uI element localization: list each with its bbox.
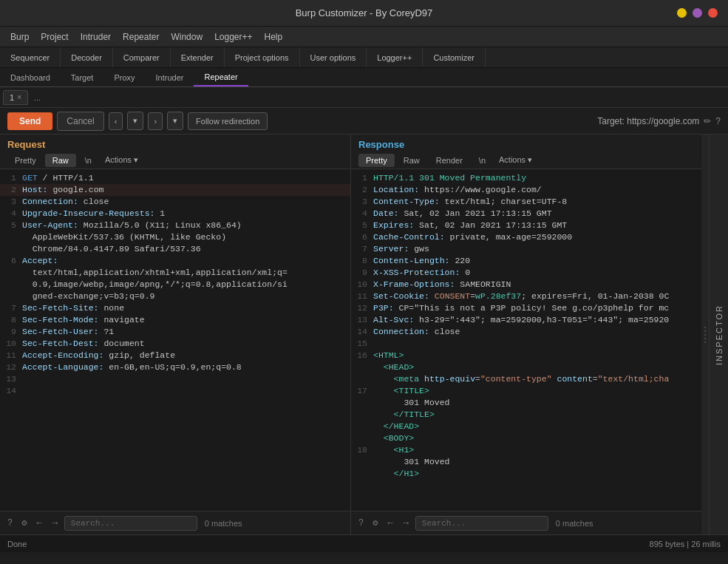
nav-back-down-button[interactable]: ▾ [127, 112, 143, 130]
resp-line-17d: </HEAD> [351, 421, 701, 432]
req-line-1: 1 GET / HTTP/1.1 [0, 172, 350, 184]
req-line-6c: 0.9,image/webp,image/apng,*/*;q=0.8,appl… [0, 279, 350, 291]
tab-extender[interactable]: Extender [171, 47, 225, 67]
req-next-match[interactable]: → [49, 517, 61, 530]
menu-intruder[interactable]: Intruder [75, 29, 117, 45]
edit-target-icon[interactable]: ✏ [704, 116, 711, 126]
req-line-6: 6 Accept: [0, 255, 350, 267]
repeater-tab-bar: 1 × ... [0, 87, 728, 108]
repeater-tab-new[interactable]: ... [28, 91, 47, 104]
resp-tab-actions[interactable]: Actions ▾ [494, 153, 537, 167]
menu-burp[interactable]: Burp [4, 29, 35, 45]
req-settings-icon[interactable]: ⚙ [18, 516, 30, 530]
req-line-7: 7 Sec-Fetch-Site: none [0, 302, 350, 314]
resp-line-17: 17 <TITLE> [351, 385, 701, 397]
tab-repeater[interactable]: Repeater [194, 68, 248, 86]
resp-next-match[interactable]: → [400, 517, 412, 530]
resp-match-count: 0 matches [551, 519, 598, 528]
nav-forward-button[interactable]: › [148, 112, 163, 130]
req-line-6d: gned-exchange;v=b3;q=0.9 [0, 291, 350, 302]
resp-line-18: 18 <H1> [351, 444, 701, 456]
menu-window[interactable]: Window [165, 29, 208, 45]
tab-target[interactable]: Target [61, 68, 104, 86]
target-label: Target: https://google.com [597, 116, 699, 126]
req-line-3: 3 Connection: close [0, 196, 350, 208]
resp-line-6: 6 Cache-Control: private, max-age=259200… [351, 231, 701, 243]
request-search-input[interactable] [64, 516, 197, 531]
repeater-tab-1[interactable]: 1 × [3, 90, 28, 105]
response-search-bar: ? ⚙ ← → 0 matches [351, 511, 701, 534]
resp-line-5: 5 Expires: Sat, 02 Jan 2021 17:13:15 GMT [351, 220, 701, 231]
response-panel: Response Pretty Raw Render \n Actions ▾ … [351, 135, 701, 534]
resp-line-17c: </TITLE> [351, 409, 701, 421]
resp-line-15: 15 [351, 338, 701, 350]
tab-project-options[interactable]: Project options [225, 47, 300, 67]
request-title: Request [7, 139, 343, 150]
request-search-bar: ? ⚙ ← → 0 matches [0, 511, 350, 534]
app-title: Burp Customizer - By CoreyD97 [296, 7, 433, 18]
target-info: Target: https://google.com ✏ ? [597, 116, 721, 126]
req-line-10: 10 Sec-Fetch-Dest: document [0, 338, 350, 350]
req-prev-match[interactable]: ← [33, 517, 45, 530]
resp-line-9: 9 X-XSS-Protection: 0 [351, 267, 701, 279]
menu-logger[interactable]: Logger++ [208, 29, 258, 45]
req-tab-ln[interactable]: \n [78, 154, 99, 167]
req-tab-pretty[interactable]: Pretty [7, 154, 44, 167]
follow-redirection-button[interactable]: Follow redirection [188, 112, 268, 130]
req-tab-actions[interactable]: Actions ▾ [101, 153, 143, 167]
req-tab-raw[interactable]: Raw [45, 154, 76, 167]
resp-line-14: 14 Connection: close [351, 326, 701, 338]
tab-bar-secondary: Dashboard Target Proxy Intruder Repeater [0, 68, 728, 87]
tab-proxy[interactable]: Proxy [103, 68, 145, 86]
tab-logger[interactable]: Logger++ [367, 47, 423, 67]
resp-line-12: 12 P3P: CP="This is not a P3P policy! Se… [351, 302, 701, 314]
tab-customizer[interactable]: Customizer [423, 47, 486, 67]
nav-back-button[interactable]: ‹ [109, 112, 123, 130]
tab-comparer[interactable]: Comparer [113, 47, 171, 67]
inspector-label: INSPECTOR [715, 305, 724, 365]
menu-project[interactable]: Project [35, 29, 74, 45]
resp-tab-pretty[interactable]: Pretty [358, 154, 395, 167]
send-button[interactable]: Send [7, 112, 52, 130]
req-line-5b: AppleWebKit/537.36 (KHTML, like Gecko) [0, 231, 350, 243]
close-tab-1[interactable]: × [17, 93, 21, 101]
req-line-2: 2 Host: google.com [0, 184, 350, 196]
help-icon[interactable]: ? [715, 116, 721, 126]
menu-repeater[interactable]: Repeater [117, 29, 165, 45]
inspector-panel[interactable]: INSPECTOR [709, 135, 728, 534]
req-line-4: 4 Upgrade-Insecure-Requests: 1 [0, 208, 350, 220]
response-tabs: Pretty Raw Render \n Actions ▾ [358, 153, 694, 167]
resp-line-17e: <BODY> [351, 432, 701, 444]
resp-tab-ln[interactable]: \n [472, 154, 493, 167]
resp-line-16: 16 <HTML> [351, 350, 701, 361]
tab-dashboard[interactable]: Dashboard [0, 68, 61, 86]
maximize-button[interactable] [693, 8, 702, 18]
window-controls [677, 8, 718, 18]
minimize-button[interactable] [677, 8, 687, 18]
response-search-input[interactable] [415, 516, 548, 531]
close-button[interactable] [708, 8, 718, 18]
resp-settings-icon[interactable]: ⚙ [370, 516, 381, 530]
menu-help[interactable]: Help [259, 29, 289, 45]
req-match-count: 0 matches [200, 519, 247, 528]
panel-drag-handle[interactable] [701, 135, 709, 534]
resp-tab-render[interactable]: Render [429, 154, 470, 167]
resp-line-8: 8 Content-Length: 220 [351, 255, 701, 267]
nav-forward-down-button[interactable]: ▾ [167, 112, 183, 130]
resp-line-10: 10 X-Frame-Options: SAMEORIGIN [351, 279, 701, 291]
response-title: Response [358, 139, 694, 150]
tab-sequencer[interactable]: Sequencer [0, 47, 61, 67]
req-line-14: 14 [0, 385, 350, 397]
resp-help-icon[interactable]: ? [356, 517, 367, 530]
req-help-icon[interactable]: ? [4, 517, 16, 530]
tab-user-options[interactable]: User options [300, 47, 367, 67]
tab-decoder[interactable]: Decoder [61, 47, 113, 67]
status-left: Done [7, 540, 27, 548]
resp-tab-raw[interactable]: Raw [396, 154, 427, 167]
resp-line-13: 13 Alt-Svc: h3-29=":443"; ma=2592000,h3-… [351, 314, 701, 326]
cancel-button[interactable]: Cancel [57, 112, 103, 131]
resp-prev-match[interactable]: ← [384, 517, 396, 530]
req-line-5: 5 User-Agent: Mozilla/5.0 (X11; Linux x8… [0, 220, 350, 231]
tab-intruder[interactable]: Intruder [146, 68, 194, 86]
req-line-13: 13 [0, 373, 350, 385]
